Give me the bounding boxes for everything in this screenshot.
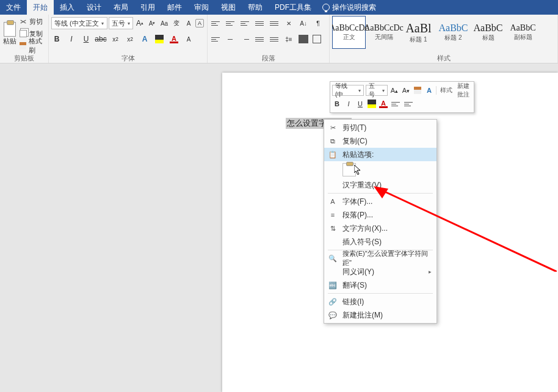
clipboard-group-label: 剪贴板 [0, 53, 48, 63]
mini-font-color2[interactable]: A [424, 85, 434, 96]
tab-mailings[interactable]: 邮件 [161, 0, 188, 15]
style-name: 无间隔 [375, 33, 393, 42]
ctx-translate[interactable]: 🔤翻译(S) [324, 278, 437, 292]
font-name-value: 等线 (中文正文 [54, 19, 99, 28]
ctx-han-reselect[interactable]: 汉字重选(V) [324, 178, 437, 192]
grow-font-button[interactable]: A▴ [134, 17, 145, 29]
asian-layout-button[interactable]: ✕ [283, 17, 294, 29]
tab-pdf-tools[interactable]: PDF工具集 [269, 0, 317, 15]
mini-font-color[interactable]: A [379, 98, 388, 109]
format-painter-button[interactable]: 格式刷 [20, 40, 46, 51]
ctx-paragraph[interactable]: ≡段落(P)... [324, 208, 437, 222]
tab-design[interactable]: 设计 [81, 0, 107, 15]
ctx-copy[interactable]: ⧉复制(C) [324, 134, 437, 148]
italic-button[interactable]: I [66, 33, 77, 45]
tab-insert[interactable]: 插入 [54, 0, 81, 15]
ctx-cut[interactable]: ✂剪切(T) [324, 121, 437, 134]
ctx-insert-symbol[interactable]: 插入符号(S) [324, 235, 437, 249]
increase-indent-button[interactable] [269, 18, 280, 29]
style-no-spacing[interactable]: AaBbCcDc无间隔 [367, 16, 400, 49]
align-right-button[interactable] [239, 34, 250, 45]
mini-styles[interactable]: 样式 [436, 86, 453, 95]
ctx-synonyms-label: 同义词(Y) [342, 267, 424, 277]
align-justify-button[interactable] [254, 34, 265, 45]
ctx-search[interactable]: 🔍搜索(E)"怎么设置字体字符间距" [324, 252, 437, 265]
mini-shrink-font[interactable]: A▾ [401, 85, 411, 96]
bullets-button[interactable] [210, 18, 221, 29]
text-effects-button[interactable]: A [139, 33, 150, 45]
mini-bullets[interactable] [390, 98, 401, 109]
style-normal[interactable]: AaBbCcDc正文 [332, 16, 366, 49]
phonetic-guide-button[interactable]: 变 [171, 17, 182, 29]
mini-grow-font[interactable]: A▴ [390, 85, 399, 96]
subscript-button[interactable]: x2 [110, 33, 121, 45]
mini-font-size[interactable]: 五号▾ [366, 85, 388, 96]
style-title[interactable]: AaBbC标题 [471, 16, 505, 49]
style-heading2[interactable]: AaBbC标题 2 [437, 16, 470, 49]
ctx-font[interactable]: A字体(F)... [324, 195, 437, 208]
font-color-button[interactable]: A [168, 33, 179, 45]
mini-highlight[interactable] [367, 98, 377, 109]
mini-format-painter[interactable] [413, 85, 422, 96]
line-spacing-button[interactable]: ‡≡ [283, 33, 294, 45]
shading-button[interactable] [298, 33, 309, 45]
group-clipboard: 粘贴 剪切 复制 格式刷 剪贴板 [0, 15, 49, 63]
decrease-indent-button[interactable] [254, 18, 265, 29]
ctx-new-comment[interactable]: 💬新建批注(M) [324, 308, 437, 322]
tab-view[interactable]: 视图 [215, 0, 242, 15]
cut-label: 剪切 [29, 17, 43, 26]
style-preview: AaBbC [439, 23, 468, 34]
ctx-paste-option-keep-source[interactable] [324, 161, 437, 178]
paste-button[interactable]: 粘贴 [2, 16, 17, 52]
ctx-text-direction[interactable]: ⇅文字方向(X)... [324, 222, 437, 235]
underline-button[interactable]: U [81, 33, 92, 45]
tab-home[interactable]: 开始 [27, 0, 54, 15]
copy-icon [20, 30, 27, 37]
font-name-select[interactable]: 等线 (中文正文▾ [51, 17, 107, 29]
font-size-select[interactable]: 五号▾ [109, 17, 133, 29]
highlight-button[interactable] [154, 33, 165, 45]
sort-button[interactable]: A↓ [298, 17, 309, 29]
ctx-link[interactable]: 🔗链接(I) [324, 295, 437, 308]
ctx-paste-options-header: 📋粘贴选项: [324, 148, 437, 161]
font-color-icon: A [170, 35, 178, 43]
multilevel-list-button[interactable] [239, 18, 250, 29]
style-subtitle[interactable]: AaBbC副标题 [506, 16, 540, 49]
distributed-button[interactable] [269, 34, 280, 45]
mini-underline[interactable]: U [355, 98, 365, 109]
align-center-button[interactable] [225, 34, 236, 45]
tab-review[interactable]: 审阅 [188, 0, 215, 15]
cut-button[interactable]: 剪切 [20, 16, 46, 27]
ctx-search-label: 搜索(E)"怎么设置字体字符间距" [342, 249, 432, 267]
char-shading-button[interactable]: A [183, 33, 194, 45]
tab-references[interactable]: 引用 [134, 0, 161, 15]
align-left-button[interactable] [210, 34, 221, 45]
scissors-icon: ✂ [328, 123, 338, 132]
brush-icon [20, 42, 26, 49]
ctx-new-comment-label: 新建批注(M) [342, 310, 432, 321]
mini-new-comment[interactable]: 新建 批注 [455, 82, 472, 99]
change-case-button[interactable]: Aa [159, 17, 170, 29]
style-preview: AaBl [405, 21, 431, 35]
mini-numbering[interactable] [403, 98, 414, 109]
shrink-font-button[interactable]: A▾ [147, 17, 158, 29]
tab-help[interactable]: 帮助 [242, 0, 269, 15]
strikethrough-button[interactable]: abc [95, 33, 106, 45]
enclose-chars-button[interactable]: A [195, 19, 204, 27]
style-preview: AaBbC [510, 23, 536, 33]
tab-layout[interactable]: 布局 [107, 0, 134, 15]
tell-me-search[interactable]: 操作说明搜索 [317, 2, 381, 13]
mini-bold[interactable]: B [332, 98, 342, 109]
mini-font-name[interactable]: 等线 (中▾ [332, 85, 364, 96]
superscript-button[interactable]: x2 [125, 33, 136, 45]
clear-formatting-button[interactable]: A [183, 17, 194, 29]
numbering-button[interactable] [225, 18, 236, 29]
bold-button[interactable]: B [51, 33, 62, 45]
mini-italic[interactable]: I [344, 98, 353, 109]
ctx-translate-label: 翻译(S) [342, 280, 432, 291]
borders-button[interactable] [313, 35, 321, 43]
style-heading1[interactable]: AaBl标题 1 [402, 16, 435, 49]
ctx-synonyms[interactable]: 同义词(Y) [324, 265, 437, 278]
show-marks-button[interactable]: ¶ [313, 17, 324, 29]
tab-file[interactable]: 文件 [0, 0, 27, 15]
